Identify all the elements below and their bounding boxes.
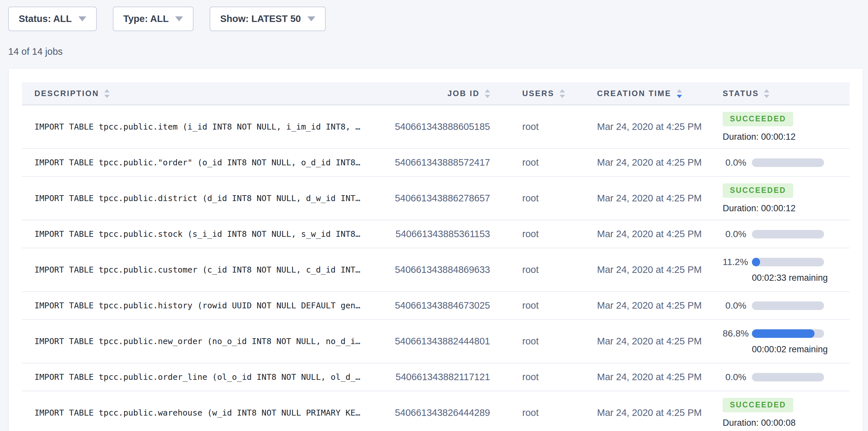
cell-users: root <box>502 372 577 382</box>
table-header: DESCRIPTIONJOB IDUSERSCREATION TIMESTATU… <box>22 82 849 105</box>
progress-track <box>752 329 824 338</box>
cell-description: IMPORT TABLE tpcc.public.new_order (no_o… <box>22 337 380 346</box>
header-label: CREATION TIME <box>597 89 672 98</box>
table-row: IMPORT TABLE tpcc.public.item (i_id INT8… <box>22 105 849 149</box>
cell-creation-time: Mar 24, 2020 at 4:25 PM <box>577 265 709 275</box>
cell-job-id: 540661343884673025 <box>380 300 502 311</box>
header-label: JOB ID <box>447 89 479 98</box>
header-label: STATUS <box>723 89 759 98</box>
sort-desc-icon <box>677 95 682 98</box>
sort-asc-icon <box>560 89 565 92</box>
sort-asc-icon <box>764 89 769 92</box>
cell-creation-time: Mar 24, 2020 at 4:25 PM <box>577 407 709 418</box>
cell-users: root <box>502 193 577 204</box>
table-row: IMPORT TABLE tpcc.public.history (rowid … <box>22 292 849 320</box>
progress-track <box>752 258 824 266</box>
cell-description: IMPORT TABLE tpcc.public.district (d_id … <box>22 193 380 203</box>
status-badge: SUCCEEDED <box>723 398 793 412</box>
jobs-count: 14 of 14 jobs <box>8 46 868 57</box>
header-cell-status[interactable]: STATUS <box>709 89 849 98</box>
cell-description: IMPORT TABLE tpcc.public.customer (c_id … <box>22 265 380 275</box>
caret-down-icon <box>175 17 183 21</box>
cell-status: SUCCEEDEDDuration: 00:00:08 <box>709 391 849 431</box>
cell-status: 11.2%00:02:33 remaining <box>709 248 849 291</box>
header-cell-jobid[interactable]: JOB ID <box>380 89 502 98</box>
cell-status: 86.8%00:00:02 remaining <box>709 320 849 363</box>
filter-show-dropdown[interactable]: Show: LATEST 50 <box>210 6 326 31</box>
header-cell-ctime[interactable]: CREATION TIME <box>577 89 709 98</box>
sort-desc-icon <box>104 95 110 98</box>
table-row: IMPORT TABLE tpcc.public.customer (c_id … <box>22 248 849 292</box>
cell-users: root <box>502 407 577 418</box>
status-badge-label: SUCCEEDED <box>730 115 786 123</box>
sort-icon <box>560 89 565 98</box>
progress-percent: 0.0% <box>723 229 746 240</box>
cell-status: 0.0% <box>709 292 849 319</box>
cell-job-id: 540661343882444801 <box>380 336 502 347</box>
cell-description: IMPORT TABLE tpcc.public.item (i_id INT8… <box>22 122 380 131</box>
filter-type-dropdown[interactable]: Type: ALL <box>113 6 194 31</box>
cell-users: root <box>502 300 577 311</box>
progress-track <box>752 302 824 310</box>
status-badge: SUCCEEDED <box>723 183 793 198</box>
table-row: IMPORT TABLE tpcc.public.order_line (ol_… <box>22 363 849 391</box>
cell-description: IMPORT TABLE tpcc.public.order_line (ol_… <box>22 372 380 382</box>
header-cell-desc[interactable]: DESCRIPTION <box>22 89 380 98</box>
status-duration: Duration: 00:00:08 <box>723 418 796 428</box>
progress-percent: 0.0% <box>723 157 746 168</box>
progress-remaining: 00:00:02 remaining <box>752 344 828 355</box>
progress-bar: 0.0% <box>723 372 824 382</box>
table-row: IMPORT TABLE tpcc.public."order" (o_id I… <box>22 149 849 177</box>
cell-creation-time: Mar 24, 2020 at 4:25 PM <box>577 121 709 132</box>
sort-icon <box>104 89 110 98</box>
sort-desc-icon <box>560 95 565 98</box>
progress-bar: 0.0% <box>723 157 824 168</box>
caret-down-icon <box>307 17 315 21</box>
status-badge-label: SUCCEEDED <box>730 186 786 195</box>
sort-asc-icon <box>104 89 110 92</box>
progress-percent: 86.8% <box>723 328 746 339</box>
table-row: IMPORT TABLE tpcc.public.district (d_id … <box>22 177 849 220</box>
filter-bar: Status: ALL Type: ALL Show: LATEST 50 <box>0 0 868 31</box>
jobs-table: IMPORT TABLE tpcc.public.item (i_id INT8… <box>22 105 849 431</box>
cell-creation-time: Mar 24, 2020 at 4:25 PM <box>577 193 709 204</box>
progress-track <box>752 373 824 381</box>
sort-icon <box>764 89 769 98</box>
filter-status-dropdown[interactable]: Status: ALL <box>8 6 97 31</box>
status-badge: SUCCEEDED <box>723 112 793 126</box>
progress-remaining: 00:02:33 remaining <box>752 273 828 283</box>
cell-job-id: 540661343826444289 <box>380 407 502 418</box>
progress-percent: 11.2% <box>723 257 746 267</box>
sort-asc-icon <box>677 89 682 92</box>
cell-job-id: 540661343885361153 <box>380 228 502 240</box>
cell-creation-time: Mar 24, 2020 at 4:25 PM <box>577 336 709 347</box>
cell-job-id: 540661343888572417 <box>380 157 502 168</box>
cell-description: IMPORT TABLE tpcc.public.history (rowid … <box>22 301 380 310</box>
cell-creation-time: Mar 24, 2020 at 4:25 PM <box>577 157 709 168</box>
header-label: USERS <box>522 89 554 98</box>
table-row: IMPORT TABLE tpcc.public.warehouse (w_id… <box>22 391 849 431</box>
progress-track <box>752 230 824 239</box>
cell-description: IMPORT TABLE tpcc.public.warehouse (w_id… <box>22 408 380 418</box>
sort-icon <box>485 89 490 98</box>
jobs-table-card: DESCRIPTIONJOB IDUSERSCREATION TIMESTATU… <box>9 69 863 431</box>
cell-job-id: 540661343882117121 <box>380 372 502 382</box>
cell-users: root <box>502 228 577 240</box>
header-cell-users[interactable]: USERS <box>502 89 577 98</box>
cell-description: IMPORT TABLE tpcc.public."order" (o_id I… <box>22 158 380 167</box>
progress-track <box>752 158 824 167</box>
caret-down-icon <box>79 17 86 21</box>
status-duration: Duration: 00:00:12 <box>723 203 796 214</box>
progress-bar: 86.8% <box>723 328 824 339</box>
filter-type-label: Type: ALL <box>123 13 169 24</box>
cell-creation-time: Mar 24, 2020 at 4:25 PM <box>577 228 709 240</box>
progress-bar: 0.0% <box>723 229 824 240</box>
cell-users: root <box>502 121 577 132</box>
cell-description: IMPORT TABLE tpcc.public.stock (s_i_id I… <box>22 229 380 239</box>
sort-desc-icon <box>485 95 490 98</box>
progress-percent: 0.0% <box>723 301 746 311</box>
progress-percent: 0.0% <box>723 372 746 382</box>
filter-status-label: Status: ALL <box>19 13 72 24</box>
progress-bar: 11.2% <box>723 257 824 267</box>
cell-job-id: 540661343886278657 <box>380 193 502 204</box>
